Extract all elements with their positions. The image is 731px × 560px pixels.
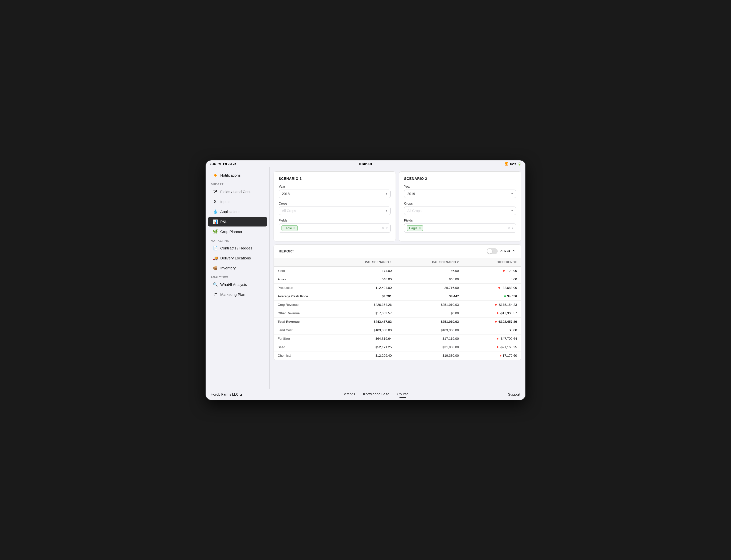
- row-label: Fertilizer: [274, 334, 329, 343]
- row-label: Production: [274, 283, 329, 292]
- scenario1-year-select[interactable]: 2018 ▾: [279, 190, 391, 198]
- scenario2-crops-group: Crops All Crops ▾: [404, 202, 516, 215]
- diff-dot-red: [497, 346, 499, 348]
- scenario2-fields-container[interactable]: Eagle ✕ ✕ ▾: [404, 224, 516, 233]
- wifi-icon: 📶: [505, 162, 508, 166]
- scenario1-fields-group: Fields Eagle ✕ ✕ ▾: [279, 219, 391, 233]
- scenario2-dropdown-icon[interactable]: ▾: [512, 226, 513, 230]
- table-row: Acres646.00646.000.00: [274, 275, 521, 283]
- date: Fri Jul 26: [223, 162, 236, 166]
- table-row: Seed$52,171.25$31,008.00-$21,163.25: [274, 343, 521, 351]
- diff-dot-green: [504, 295, 506, 297]
- scenario1-year-label: Year: [279, 185, 391, 188]
- scenario2-crops-label: Crops: [404, 202, 516, 205]
- sidebar-item-notifications[interactable]: Notifications: [208, 171, 267, 180]
- scenario2-field-tag-label: Eagle: [409, 226, 417, 230]
- sidebar-item-marketing-plan[interactable]: 🏷 Marketing Plan: [208, 290, 267, 299]
- sidebar-item-applications[interactable]: 💧 Applications: [208, 207, 267, 217]
- report-section: REPORT PER ACRE P&L SCENARIO: [273, 244, 521, 360]
- scenario1-crops-select[interactable]: All Crops ▾: [279, 207, 391, 215]
- table-row: Yield174.0046.00-128.00: [274, 266, 521, 275]
- row-s2-value: 646.00: [396, 275, 463, 283]
- row-s2-value: 46.00: [396, 266, 463, 275]
- status-bar: 3:46 PM Fri Jul 26 localhost 📶 87% 🔋: [206, 160, 525, 167]
- row-s2-value: 29,716.00: [396, 283, 463, 292]
- per-acre-label: PER ACRE: [500, 249, 516, 253]
- sidebar-item-pl[interactable]: 📊 P&L: [208, 217, 267, 226]
- table-row: Fertilizer$64,819.64$17,119.00-$47,700.6…: [274, 334, 521, 343]
- table-row: Production112,404.0029,716.00-82,688.00: [274, 283, 521, 292]
- farm-name: Horob Farms LLC: [211, 392, 238, 396]
- battery: 87%: [510, 162, 516, 166]
- scenario2-title: SCENARIO 2: [404, 177, 516, 181]
- content-area: SCENARIO 1 Year 2018 ▾ Crops All Crops: [269, 167, 525, 389]
- scenario2-clear-icon[interactable]: ✕: [507, 226, 510, 230]
- scenario2-year-value: 2019: [407, 192, 415, 196]
- col-header-diff: DIFFERENCE: [463, 258, 521, 267]
- row-diff-value: -$192,457.80: [463, 317, 521, 326]
- row-s2-value: $0.00: [396, 309, 463, 317]
- scenario1-field-tag-label: Eagle: [284, 226, 292, 230]
- scenario1-fields-container[interactable]: Eagle ✕ ✕ ▾: [279, 224, 391, 233]
- sidebar-delivery-label: Delivery Locations: [220, 256, 251, 260]
- per-acre-toggle-switch[interactable]: [487, 248, 498, 254]
- sidebar-section-budget: BUDGET: [206, 180, 269, 187]
- support-label: Support: [508, 392, 520, 396]
- scenario2-year-select[interactable]: 2019 ▾: [404, 190, 516, 198]
- sidebar-item-whatif[interactable]: 🔍 What/If Analysis: [208, 280, 267, 289]
- sidebar-item-contracts[interactable]: 📄 Contracts / Hedges: [208, 243, 267, 253]
- row-s2-value: $251,010.03: [396, 300, 463, 309]
- main-content: Notifications BUDGET 🗺 Fields / Land Cos…: [206, 167, 525, 389]
- pl-icon: 📊: [213, 219, 218, 224]
- row-s1-value: $426,164.26: [329, 300, 396, 309]
- sidebar-notifications-label: Notifications: [220, 173, 241, 177]
- notification-icon: [213, 173, 218, 178]
- row-s2-value: $19,380.00: [396, 351, 463, 360]
- row-s2-value: $251,010.03: [396, 317, 463, 326]
- row-s1-value: 112,404.00: [329, 283, 396, 292]
- sidebar-whatif-label: What/If Analysis: [220, 282, 247, 287]
- sidebar-contracts-label: Contracts / Hedges: [220, 246, 252, 250]
- row-label: Average Cash Price: [274, 292, 329, 300]
- scenario1-card: SCENARIO 1 Year 2018 ▾ Crops All Crops: [273, 171, 396, 241]
- scenario1-field-remove[interactable]: ✕: [293, 226, 295, 230]
- sidebar-item-delivery[interactable]: 🚚 Delivery Locations: [208, 253, 267, 263]
- sidebar-item-crop-planner[interactable]: 🌿 Crop Planner: [208, 227, 267, 236]
- marketing-plan-icon: 🏷: [213, 292, 218, 297]
- sidebar-item-fields[interactable]: 🗺 Fields / Land Cost: [208, 187, 267, 197]
- tab-settings[interactable]: Settings: [342, 392, 355, 397]
- row-s1-value: $64,819.64: [329, 334, 396, 343]
- inputs-icon: $: [213, 199, 218, 204]
- battery-icon: 🔋: [518, 162, 521, 166]
- support-button[interactable]: Support: [508, 392, 520, 396]
- diff-dot-red: [499, 287, 500, 289]
- scenario2-field-remove[interactable]: ✕: [419, 226, 421, 230]
- tab-knowledge-base[interactable]: Knowledge Base: [363, 392, 389, 397]
- row-diff-value: -$17,303.57: [463, 309, 521, 317]
- row-s1-value: $3.791: [329, 292, 396, 300]
- tab-course[interactable]: Course: [397, 392, 409, 397]
- row-label: Total Revenue: [274, 317, 329, 326]
- sidebar-item-inputs[interactable]: $ Inputs: [208, 197, 267, 207]
- row-diff-value: -$175,154.23: [463, 300, 521, 309]
- table-row: Land Cost$103,360.00$103,360.00$0.00: [274, 326, 521, 334]
- sidebar-crop-planner-label: Crop Planner: [220, 229, 242, 234]
- row-diff-value: 0.00: [463, 275, 521, 283]
- report-title: REPORT: [279, 249, 294, 253]
- scenario1-year-chevron: ▾: [386, 192, 387, 196]
- farm-name-button[interactable]: Horob Farms LLC ▲: [211, 392, 243, 396]
- toggle-knob: [487, 249, 492, 254]
- table-row: Average Cash Price$3.791$8.447$4.656: [274, 292, 521, 300]
- row-s2-value: $8.447: [396, 292, 463, 300]
- row-diff-value: $4.656: [463, 292, 521, 300]
- scenario2-crops-select[interactable]: All Crops ▾: [404, 207, 516, 215]
- diff-dot-red: [497, 338, 499, 339]
- row-s1-value: $103,360.00: [329, 326, 396, 334]
- scenario1-clear-icon[interactable]: ✕: [382, 226, 385, 230]
- sidebar-pl-label: P&L: [220, 220, 227, 224]
- col-header-label: [274, 258, 329, 267]
- scenario1-dropdown-icon[interactable]: ▾: [386, 226, 388, 230]
- scenario2-fields-label: Fields: [404, 219, 516, 222]
- sidebar-item-inventory[interactable]: 📦 Inventory: [208, 263, 267, 273]
- crop-planner-icon: 🌿: [213, 229, 218, 234]
